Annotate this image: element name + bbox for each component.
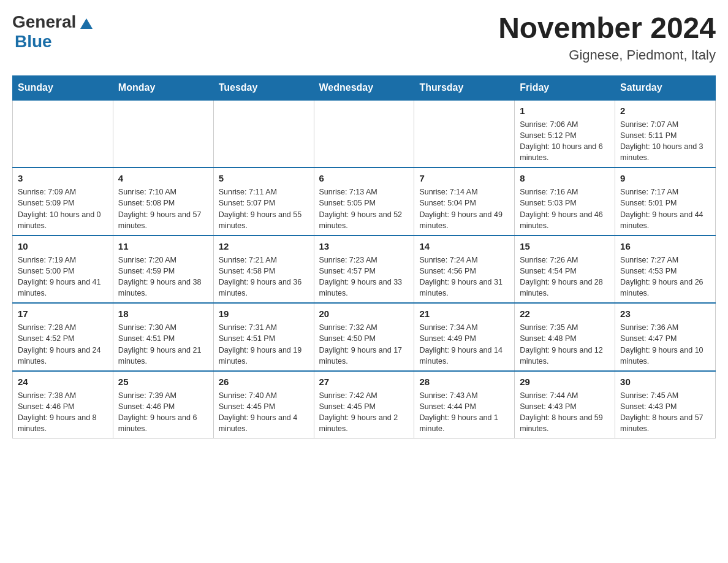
day-cell: 7Sunrise: 7:14 AMSunset: 5:04 PMDaylight… — [414, 167, 515, 236]
week-row-2: 3Sunrise: 7:09 AMSunset: 5:09 PMDaylight… — [13, 167, 716, 236]
logo: General Blue — [12, 12, 96, 52]
day-info: Sunrise: 7:10 AMSunset: 5:08 PMDaylight:… — [118, 186, 208, 231]
day-number: 27 — [319, 375, 409, 388]
day-info: Sunrise: 7:17 AMSunset: 5:01 PMDaylight:… — [620, 186, 710, 231]
day-info: Sunrise: 7:28 AMSunset: 4:52 PMDaylight:… — [18, 322, 108, 367]
weekday-header-sunday: Sunday — [13, 75, 113, 100]
day-number: 18 — [118, 307, 208, 320]
day-number: 15 — [520, 240, 610, 253]
day-info: Sunrise: 7:20 AMSunset: 4:59 PMDaylight:… — [118, 255, 208, 299]
day-cell: 2Sunrise: 7:07 AMSunset: 5:11 PMDaylight… — [615, 100, 716, 168]
day-cell — [314, 100, 414, 168]
svg-marker-0 — [80, 18, 93, 29]
day-number: 6 — [319, 172, 409, 185]
day-cell: 13Sunrise: 7:23 AMSunset: 4:57 PMDayligh… — [314, 236, 414, 304]
day-number: 11 — [118, 240, 208, 253]
day-number: 2 — [620, 104, 710, 117]
weekday-header-tuesday: Tuesday — [213, 75, 314, 100]
weekday-header-wednesday: Wednesday — [314, 75, 414, 100]
day-cell: 10Sunrise: 7:19 AMSunset: 5:00 PMDayligh… — [13, 236, 113, 304]
day-number: 3 — [18, 172, 108, 185]
day-info: Sunrise: 7:40 AMSunset: 4:45 PMDaylight:… — [219, 390, 309, 435]
day-info: Sunrise: 7:44 AMSunset: 4:43 PMDaylight:… — [520, 390, 610, 435]
day-cell: 11Sunrise: 7:20 AMSunset: 4:59 PMDayligh… — [113, 236, 213, 304]
day-number: 13 — [319, 240, 409, 253]
day-info: Sunrise: 7:13 AMSunset: 5:05 PMDaylight:… — [319, 186, 409, 231]
day-cell: 9Sunrise: 7:17 AMSunset: 5:01 PMDaylight… — [615, 167, 716, 236]
day-info: Sunrise: 7:24 AMSunset: 4:56 PMDaylight:… — [419, 255, 509, 299]
calendar-title: November 2024 — [498, 12, 716, 45]
day-cell: 6Sunrise: 7:13 AMSunset: 5:05 PMDaylight… — [314, 167, 414, 236]
day-cell — [213, 100, 314, 168]
day-info: Sunrise: 7:09 AMSunset: 5:09 PMDaylight:… — [18, 186, 108, 231]
day-cell: 28Sunrise: 7:43 AMSunset: 4:44 PMDayligh… — [414, 371, 515, 439]
weekday-header-saturday: Saturday — [615, 75, 716, 100]
day-cell: 19Sunrise: 7:31 AMSunset: 4:51 PMDayligh… — [213, 303, 314, 371]
calendar-table: SundayMondayTuesdayWednesdayThursdayFrid… — [12, 75, 716, 439]
weekday-header-monday: Monday — [113, 75, 213, 100]
day-cell: 22Sunrise: 7:35 AMSunset: 4:48 PMDayligh… — [515, 303, 615, 371]
day-cell: 20Sunrise: 7:32 AMSunset: 4:50 PMDayligh… — [314, 303, 414, 371]
day-number: 14 — [419, 240, 509, 253]
day-number: 19 — [219, 307, 309, 320]
day-info: Sunrise: 7:21 AMSunset: 4:58 PMDaylight:… — [219, 255, 309, 299]
day-number: 21 — [419, 307, 509, 320]
day-number: 4 — [118, 172, 208, 185]
day-number: 22 — [520, 307, 610, 320]
day-number: 12 — [219, 240, 309, 253]
weekday-header-thursday: Thursday — [414, 75, 515, 100]
day-number: 10 — [18, 240, 108, 253]
day-cell: 23Sunrise: 7:36 AMSunset: 4:47 PMDayligh… — [615, 303, 716, 371]
day-cell: 15Sunrise: 7:26 AMSunset: 4:54 PMDayligh… — [515, 236, 615, 304]
calendar-title-area: November 2024 Gignese, Piedmont, Italy — [498, 12, 716, 63]
day-number: 8 — [520, 172, 610, 185]
day-cell: 12Sunrise: 7:21 AMSunset: 4:58 PMDayligh… — [213, 236, 314, 304]
day-cell: 1Sunrise: 7:06 AMSunset: 5:12 PMDaylight… — [515, 100, 615, 168]
day-info: Sunrise: 7:34 AMSunset: 4:49 PMDaylight:… — [419, 322, 509, 367]
day-cell — [414, 100, 515, 168]
week-row-3: 10Sunrise: 7:19 AMSunset: 5:00 PMDayligh… — [13, 236, 716, 304]
day-cell: 18Sunrise: 7:30 AMSunset: 4:51 PMDayligh… — [113, 303, 213, 371]
day-number: 7 — [419, 172, 509, 185]
day-cell — [13, 100, 113, 168]
day-cell: 8Sunrise: 7:16 AMSunset: 5:03 PMDaylight… — [515, 167, 615, 236]
day-info: Sunrise: 7:14 AMSunset: 5:04 PMDaylight:… — [419, 186, 509, 231]
day-number: 28 — [419, 375, 509, 388]
week-row-5: 24Sunrise: 7:38 AMSunset: 4:46 PMDayligh… — [13, 371, 716, 439]
logo-blue-text: Blue — [15, 32, 52, 51]
day-info: Sunrise: 7:31 AMSunset: 4:51 PMDaylight:… — [219, 322, 309, 367]
day-info: Sunrise: 7:39 AMSunset: 4:46 PMDaylight:… — [118, 390, 208, 435]
day-info: Sunrise: 7:30 AMSunset: 4:51 PMDaylight:… — [118, 322, 208, 367]
day-cell: 29Sunrise: 7:44 AMSunset: 4:43 PMDayligh… — [515, 371, 615, 439]
day-cell — [113, 100, 213, 168]
day-info: Sunrise: 7:11 AMSunset: 5:07 PMDaylight:… — [219, 186, 309, 231]
day-number: 24 — [18, 375, 108, 388]
day-cell: 14Sunrise: 7:24 AMSunset: 4:56 PMDayligh… — [414, 236, 515, 304]
week-row-4: 17Sunrise: 7:28 AMSunset: 4:52 PMDayligh… — [13, 303, 716, 371]
day-info: Sunrise: 7:06 AMSunset: 5:12 PMDaylight:… — [520, 119, 610, 164]
day-number: 1 — [520, 104, 610, 117]
day-number: 20 — [319, 307, 409, 320]
day-number: 9 — [620, 172, 710, 185]
day-cell: 25Sunrise: 7:39 AMSunset: 4:46 PMDayligh… — [113, 371, 213, 439]
day-info: Sunrise: 7:45 AMSunset: 4:43 PMDaylight:… — [620, 390, 710, 435]
day-cell: 30Sunrise: 7:45 AMSunset: 4:43 PMDayligh… — [615, 371, 716, 439]
day-cell: 26Sunrise: 7:40 AMSunset: 4:45 PMDayligh… — [213, 371, 314, 439]
day-number: 30 — [620, 375, 710, 388]
day-cell: 16Sunrise: 7:27 AMSunset: 4:53 PMDayligh… — [615, 236, 716, 304]
day-info: Sunrise: 7:27 AMSunset: 4:53 PMDaylight:… — [620, 255, 710, 299]
day-number: 26 — [219, 375, 309, 388]
week-row-1: 1Sunrise: 7:06 AMSunset: 5:12 PMDaylight… — [13, 100, 716, 168]
day-info: Sunrise: 7:07 AMSunset: 5:11 PMDaylight:… — [620, 119, 710, 164]
calendar-header-row: SundayMondayTuesdayWednesdayThursdayFrid… — [13, 75, 716, 100]
day-number: 17 — [18, 307, 108, 320]
day-cell: 5Sunrise: 7:11 AMSunset: 5:07 PMDaylight… — [213, 167, 314, 236]
logo-triangle-icon — [77, 13, 96, 32]
day-cell: 17Sunrise: 7:28 AMSunset: 4:52 PMDayligh… — [13, 303, 113, 371]
day-info: Sunrise: 7:26 AMSunset: 4:54 PMDaylight:… — [520, 255, 610, 299]
day-info: Sunrise: 7:35 AMSunset: 4:48 PMDaylight:… — [520, 322, 610, 367]
day-number: 25 — [118, 375, 208, 388]
day-number: 16 — [620, 240, 710, 253]
day-info: Sunrise: 7:23 AMSunset: 4:57 PMDaylight:… — [319, 255, 409, 299]
day-info: Sunrise: 7:43 AMSunset: 4:44 PMDaylight:… — [419, 390, 509, 435]
